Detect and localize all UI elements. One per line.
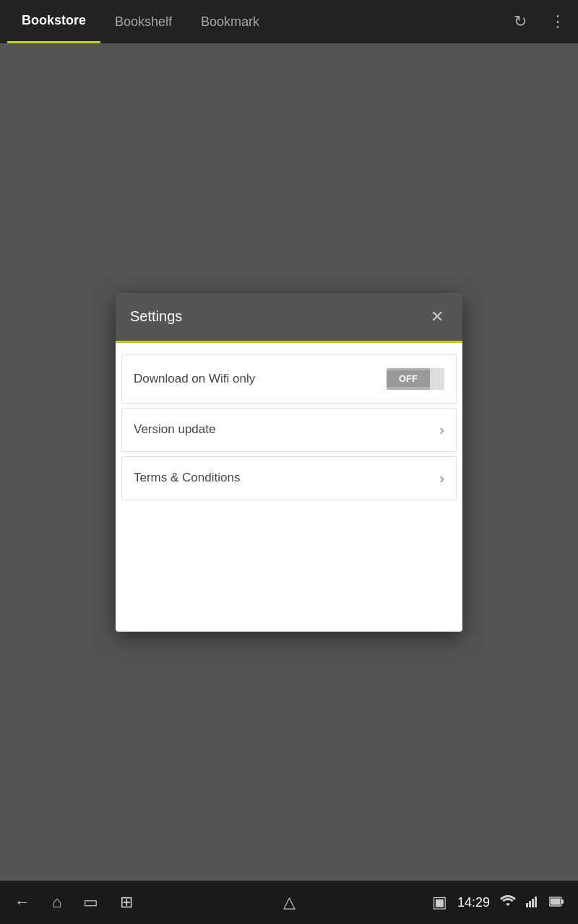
- signal-strength-icon: [526, 894, 539, 911]
- wifi-status-icon: [500, 894, 516, 911]
- toggle-thumb: [430, 368, 444, 390]
- close-icon[interactable]: ✕: [426, 306, 448, 328]
- svg-rect-3: [535, 897, 537, 907]
- wifi-toggle[interactable]: OFF: [387, 368, 444, 390]
- tab-group: Bookstore Bookshelf Bookmark: [7, 0, 507, 43]
- terms-conditions-label: Terms & Conditions: [134, 471, 240, 485]
- qr-code-icon[interactable]: ⊞: [120, 893, 133, 912]
- version-update-item[interactable]: Version update ›: [121, 408, 457, 452]
- chevron-right-icon: ›: [439, 422, 444, 438]
- bottom-nav-right: ▣ 14:29: [432, 893, 564, 912]
- more-options-icon[interactable]: ⋮: [545, 9, 571, 35]
- battery-icon: [549, 895, 564, 910]
- svg-rect-1: [529, 901, 531, 907]
- top-navigation-bar: Bookstore Bookshelf Bookmark ↻ ⋮: [0, 0, 578, 43]
- gallery-icon[interactable]: ▣: [432, 893, 447, 912]
- top-bar-actions: ↻ ⋮: [507, 9, 571, 35]
- settings-dialog: Settings ✕ Download on Wifi only OFF Ver…: [116, 293, 462, 632]
- recents-icon[interactable]: ▭: [83, 893, 98, 912]
- bottom-nav-left: ← ⌂ ▭ ⊞: [14, 893, 133, 912]
- refresh-icon[interactable]: ↻: [507, 9, 533, 35]
- terms-conditions-item[interactable]: Terms & Conditions ›: [121, 456, 457, 500]
- dialog-title: Settings: [130, 308, 182, 325]
- svg-rect-6: [551, 898, 561, 905]
- bottom-navigation-bar: ← ⌂ ▭ ⊞ △ ▣ 14:29: [0, 881, 578, 924]
- dialog-header: Settings ✕: [116, 293, 462, 343]
- tab-bookstore[interactable]: Bookstore: [7, 0, 100, 43]
- bottom-nav-center: △: [283, 893, 296, 912]
- tab-bookmark[interactable]: Bookmark: [186, 0, 274, 43]
- chevron-right-icon: ›: [439, 470, 444, 487]
- svg-rect-2: [532, 899, 534, 907]
- version-update-label: Version update: [134, 422, 215, 437]
- download-wifi-label: Download on Wifi only: [134, 372, 255, 386]
- dialog-body: Download on Wifi only OFF Version update…: [116, 343, 462, 632]
- clock: 14:29: [457, 895, 490, 910]
- back-icon[interactable]: ←: [14, 893, 30, 912]
- toggle-off-label: OFF: [387, 370, 430, 387]
- modal-overlay: Settings ✕ Download on Wifi only OFF Ver…: [0, 43, 578, 881]
- home-icon[interactable]: ⌂: [52, 893, 61, 912]
- svg-rect-0: [526, 903, 528, 907]
- menu-icon[interactable]: △: [283, 893, 296, 912]
- svg-rect-5: [561, 899, 564, 904]
- tab-bookshelf[interactable]: Bookshelf: [100, 0, 186, 43]
- download-wifi-item[interactable]: Download on Wifi only OFF: [121, 354, 457, 404]
